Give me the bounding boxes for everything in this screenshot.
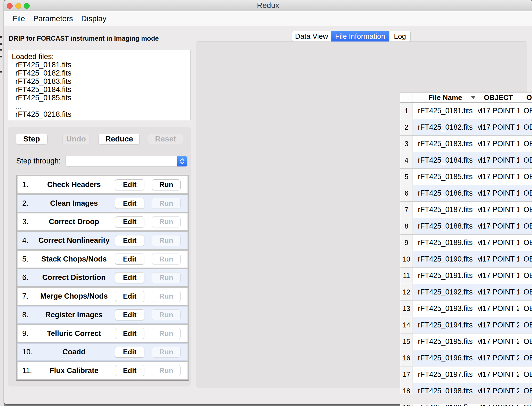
- table-row[interactable]: 1rFT425_0181.fitsM17 POINT 1OBJECT05_000…: [400, 103, 532, 119]
- run-step-button: Run: [152, 216, 181, 227]
- loaded-file-name: rFT425_0185.fits: [12, 94, 191, 102]
- background-window-artifact: [0, 43, 2, 45]
- table-row[interactable]: 11rFT425_0191.fitsM17 POINT 1OBJECT05_00…: [400, 268, 532, 284]
- step-row: 9.Telluric CorrectEditRun: [17, 325, 188, 342]
- cell-file: rFT425_0194.fits: [413, 317, 478, 333]
- table-row[interactable]: 10rFT425_0190.fitsM17 POINT 1OBJECT05_00…: [400, 251, 532, 268]
- step-number: 9.: [18, 329, 33, 338]
- menu-parameters[interactable]: Parameters: [29, 14, 77, 23]
- column-header-object[interactable]: OBJECT: [478, 93, 519, 102]
- sort-desc-icon: [471, 96, 475, 99]
- table-row[interactable]: 16rFT425_0196.fitsM17 POINT 2OBJECT05_00…: [400, 350, 532, 366]
- reduction-control-panel: StepUndoReduceReset Step through: 1.Chec…: [8, 127, 191, 386]
- row-number: 11: [400, 268, 413, 284]
- table-row[interactable]: 9rFT425_0189.fitsM17 POINT 1OBJECT05_000…: [400, 235, 532, 251]
- title-bar[interactable]: Redux: [4, 0, 532, 11]
- table-row[interactable]: 12rFT425_0192.fitsM17 POINT 1OBJECT05_00…: [400, 284, 532, 301]
- cell-file: rFT425_0191.fits: [413, 268, 478, 284]
- table-row[interactable]: 17rFT425_0197.fitsM17 POINT 2OBJECT05_00…: [400, 366, 532, 383]
- table-header: File NameOBJECTOBSTYPEAOR_IDMISSN-ID: [400, 93, 532, 103]
- table-row[interactable]: 3rFT425_0183.fitsM17 POINT 1OBJECT05_000…: [400, 136, 532, 152]
- cell-obstype: OBJECT: [519, 136, 532, 152]
- cell-object: M17 POINT 2: [478, 350, 519, 366]
- edit-step-button[interactable]: Edit: [115, 309, 144, 320]
- run-step-button: Run: [152, 254, 181, 265]
- reduce-button[interactable]: Reduce: [99, 134, 140, 144]
- run-step-button: Run: [152, 347, 181, 358]
- cell-file: rFT425_0184.fits: [413, 152, 478, 168]
- row-number: 4: [400, 152, 413, 168]
- cell-obstype: OBJECT: [519, 350, 532, 366]
- cell-file: rFT425_0188.fits: [413, 218, 478, 234]
- step-row: 1.Check HeadersEditRun: [17, 176, 188, 193]
- column-header-file-name[interactable]: File Name: [413, 93, 478, 102]
- row-number: 5: [400, 169, 413, 185]
- table-row[interactable]: 6rFT425_0186.fitsM17 POINT 1OBJECT05_000…: [400, 185, 532, 202]
- step-number: 1.: [18, 180, 33, 189]
- tab-file-information[interactable]: File Information: [331, 31, 389, 41]
- edit-step-button[interactable]: Edit: [115, 291, 144, 302]
- edit-step-button[interactable]: Edit: [115, 254, 144, 265]
- cell-obstype: OBJECT: [519, 218, 532, 234]
- edit-step-button[interactable]: Edit: [115, 179, 144, 190]
- reset-button: Reset: [148, 134, 183, 144]
- step-name: Register Images: [33, 311, 115, 319]
- row-number: 10: [400, 251, 413, 267]
- menu-bar: File Parameters Display: [4, 11, 532, 26]
- edit-step-button[interactable]: Edit: [115, 328, 144, 339]
- edit-step-button[interactable]: Edit: [115, 235, 144, 246]
- table-row[interactable]: 14rFT425_0194.fitsM17 POINT 2OBJECT05_00…: [400, 317, 532, 333]
- background-window-edge: [0, 0, 4, 406]
- step-button[interactable]: Step: [16, 134, 47, 144]
- edit-step-button[interactable]: Edit: [115, 272, 144, 283]
- step-through-select[interactable]: [66, 156, 187, 166]
- cell-file: rFT425_0189.fits: [413, 235, 478, 251]
- cell-file: rFT425_0185.fits: [413, 169, 478, 185]
- step-number: 8.: [18, 311, 33, 319]
- run-step-button: Run: [152, 235, 181, 246]
- cell-file: rFT425_0192.fits: [413, 284, 478, 300]
- loaded-file-name: rFT425_0218.fits: [12, 110, 191, 118]
- step-row: 5.Stack Chops/NodsEditRun: [17, 251, 188, 268]
- step-row: 3.Correct DroopEditRun: [17, 213, 188, 230]
- cell-obstype: OBJECT: [519, 366, 532, 383]
- table-row[interactable]: 4rFT425_0184.fitsM17 POINT 1OBJECT05_000…: [400, 152, 532, 169]
- table-row[interactable]: 13rFT425_0193.fitsM17 POINT 2OBJECT05_00…: [400, 301, 532, 317]
- tab-data-view[interactable]: Data View: [292, 31, 331, 41]
- cell-file: rFT425_0181.fits: [413, 103, 478, 119]
- chevron-up-down-icon: [177, 156, 187, 166]
- cell-object: M17 POINT 2: [478, 333, 519, 350]
- action-buttons: StepUndoReduceReset: [8, 134, 191, 144]
- menu-file[interactable]: File: [9, 14, 29, 23]
- table-row[interactable]: 8rFT425_0188.fitsM17 POINT 1OBJECT05_000…: [400, 218, 532, 235]
- cell-obstype: OBJECT: [519, 317, 532, 333]
- run-step-button: Run: [152, 272, 181, 283]
- cell-object: M17 POINT 1: [478, 235, 519, 251]
- loaded-file-name: rFT425_0181.fits: [12, 61, 191, 69]
- table-row[interactable]: 15rFT425_0195.fitsM17 POINT 2OBJECT05_00…: [400, 333, 532, 350]
- row-number: 15: [400, 333, 413, 350]
- column-header-obstype[interactable]: OBSTYPE: [519, 93, 532, 102]
- run-step-button: Run: [152, 309, 181, 320]
- table-row[interactable]: 5rFT425_0185.fitsM17 POINT 1OBJECT05_000…: [400, 169, 532, 185]
- step-row: 7.Merge Chops/NodsEditRun: [17, 288, 188, 305]
- step-number: 11.: [18, 366, 33, 375]
- step-name: Coadd: [33, 348, 115, 356]
- step-name: Clean Images: [33, 199, 115, 208]
- edit-step-button[interactable]: Edit: [115, 365, 144, 376]
- cell-obstype: OBJECT: [519, 268, 532, 284]
- tab-log[interactable]: Log: [389, 31, 410, 41]
- table-row[interactable]: 7rFT425_0187.fitsM17 POINT 1OBJECT05_000…: [400, 202, 532, 218]
- row-number: 13: [400, 301, 413, 317]
- cell-object: M17 POINT 2: [478, 301, 519, 317]
- table-row[interactable]: 2rFT425_0182.fitsM17 POINT 1OBJECT05_000…: [400, 119, 532, 136]
- edit-step-button[interactable]: Edit: [115, 198, 144, 209]
- file-information-table: File NameOBJECTOBSTYPEAOR_IDMISSN-ID 1rF…: [400, 93, 532, 406]
- edit-step-button[interactable]: Edit: [115, 347, 144, 358]
- loaded-files-list: rFT425_0181.fitsrFT425_0182.fitsrFT425_0…: [12, 61, 191, 118]
- step-number: 2.: [18, 199, 33, 208]
- edit-step-button[interactable]: Edit: [115, 216, 144, 227]
- run-step-button[interactable]: Run: [152, 179, 181, 190]
- cell-obstype: OBJECT: [519, 251, 532, 267]
- menu-display[interactable]: Display: [77, 14, 111, 23]
